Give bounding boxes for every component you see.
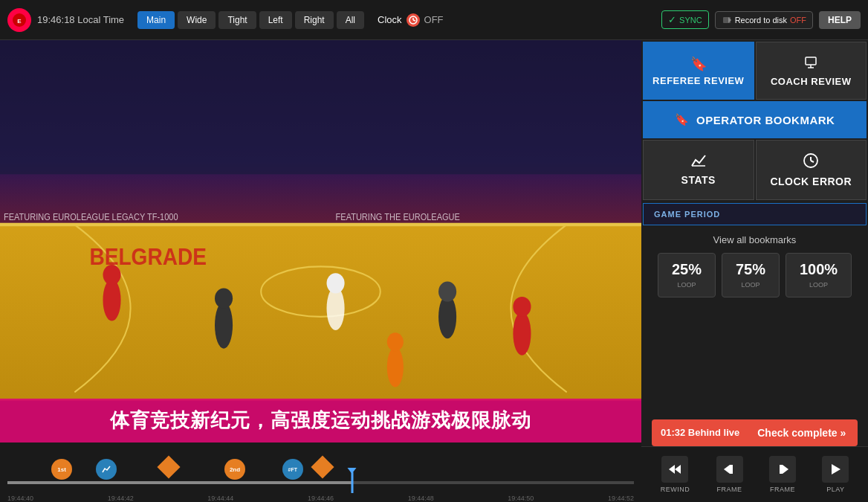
- loop-75-pct: 75%: [736, 261, 765, 278]
- marker-ft[interactable]: #FT: [282, 459, 303, 480]
- tab-main[interactable]: Main: [137, 11, 175, 29]
- bookmarks-section: View all bookmarks 25% LOOP 75% LOOP 100…: [641, 227, 868, 412]
- court-background: BELGRADE FEATURING EUROLEAGUE LEGACY TF-…: [0, 40, 641, 443]
- tab-tight[interactable]: Tight: [218, 11, 256, 29]
- stats-icon: [690, 154, 707, 171]
- ts-2: 19:44:42: [108, 495, 134, 502]
- stats-button[interactable]: STATS: [643, 140, 754, 200]
- marker-1st[interactable]: 1st: [51, 459, 72, 480]
- check-complete-label: Check complete »: [757, 427, 846, 439]
- bookmarks-title: View all bookmarks: [652, 234, 858, 245]
- svg-rect-39: [780, 465, 783, 474]
- record-icon: [722, 15, 732, 25]
- loop-100-label: LOOP: [809, 281, 828, 289]
- frame-back-button[interactable]: FRAME: [716, 456, 743, 493]
- loop-25-button[interactable]: 25% LOOP: [658, 253, 716, 297]
- clock-error-label: CLOCK ERROR: [770, 176, 852, 187]
- timeline-area: 1st 2nd #F: [0, 443, 641, 502]
- timeline-markers: 1st 2nd #F: [0, 459, 641, 486]
- top-bar: E 19:46:18 Local Time Main Wide Tight Le…: [0, 0, 868, 40]
- rewind-icon: [661, 456, 688, 483]
- svg-line-4: [413, 20, 415, 21]
- operator-bookmark-icon: 🔖: [675, 113, 690, 126]
- tab-left[interactable]: Left: [259, 11, 292, 29]
- svg-text:BELGRADE: BELGRADE: [89, 244, 207, 270]
- bookmark-icon: 🔖: [690, 56, 707, 72]
- ts-4: 19:44:46: [308, 495, 334, 502]
- svg-rect-37: [730, 465, 733, 474]
- ts-3: 19:44:44: [207, 495, 233, 502]
- coach-icon: [803, 54, 818, 73]
- stats-label: STATS: [681, 174, 716, 186]
- sync-button[interactable]: ✓ SYNC: [661, 10, 709, 29]
- tab-wide[interactable]: Wide: [178, 11, 216, 29]
- sync-label: SYNC: [679, 16, 702, 25]
- tab-right[interactable]: Right: [295, 11, 334, 29]
- svg-line-33: [811, 161, 814, 162]
- record-label: Record to disk: [735, 16, 787, 25]
- sync-check-icon: ✓: [668, 14, 676, 25]
- marker-diamond2[interactable]: [314, 459, 331, 475]
- record-button[interactable]: Record to disk OFF: [715, 11, 813, 29]
- loop-25-label: LOOP: [677, 281, 696, 289]
- marker-stats-circle: [96, 459, 117, 480]
- frame-fwd-icon: [769, 456, 796, 483]
- svg-point-23: [513, 312, 531, 355]
- timeline-timestamps: 19:44:40 19:44:42 19:44:44 19:44:46 19:4…: [7, 495, 634, 502]
- svg-marker-35: [675, 465, 681, 474]
- svg-point-26: [387, 332, 404, 351]
- ts-5: 19:44:48: [408, 495, 434, 502]
- coach-review-button[interactable]: COACH REVIEW: [756, 42, 867, 100]
- svg-point-24: [513, 297, 531, 317]
- clock-error-icon: [803, 152, 819, 173]
- frame-fwd-button[interactable]: FRAME: [769, 456, 796, 493]
- main-layout: BELGRADE FEATURING EUROLEAGUE LEGACY TF-…: [0, 40, 868, 502]
- svg-rect-28: [806, 57, 816, 65]
- svg-point-22: [438, 282, 456, 302]
- marker-stats[interactable]: [96, 459, 117, 480]
- view-tabs: Main Wide Tight Left Right All: [137, 11, 364, 29]
- time-display: 19:46:18 Local Time: [37, 14, 124, 25]
- clock-toggle-icon[interactable]: [407, 13, 420, 27]
- svg-marker-34: [669, 465, 675, 474]
- loop-100-button[interactable]: 100% LOOP: [786, 253, 852, 297]
- clock-control: Clock OFF: [378, 13, 444, 27]
- rewind-label: REWIND: [661, 486, 690, 493]
- marker-diamond2-shape: [311, 455, 334, 478]
- svg-marker-38: [783, 465, 788, 474]
- svg-text:FEATURING EUROLEAGUE LEGACY TF: FEATURING EUROLEAGUE LEGACY TF-1000: [4, 212, 178, 222]
- frame-back-label: FRAME: [717, 486, 742, 493]
- marker-diamond1[interactable]: [161, 459, 177, 475]
- svg-point-25: [387, 347, 404, 387]
- loop-buttons: 25% LOOP 75% LOOP 100% LOOP: [652, 253, 858, 297]
- game-period-section: GAME PERIOD: [643, 203, 867, 225]
- ts-1: 19:44:40: [7, 495, 33, 502]
- ts-7: 19:44:52: [608, 495, 634, 502]
- svg-text:E: E: [17, 18, 22, 25]
- svg-rect-8: [0, 40, 641, 174]
- court-svg: BELGRADE FEATURING EUROLEAGUE LEGACY TF-…: [0, 40, 641, 443]
- referee-review-label: REFEREE REVIEW: [652, 75, 744, 86]
- svg-text:FEATURING THE EUROLEAGUE: FEATURING THE EUROLEAGUE: [336, 212, 461, 222]
- operator-bookmark-button[interactable]: 🔖 OPERATOR BOOKMARK: [643, 101, 867, 138]
- overlay-banner: 体育竞技新纪元，高强度运动挑战游戏极限脉动: [0, 399, 641, 443]
- tab-all[interactable]: All: [337, 11, 364, 29]
- check-complete-button[interactable]: Check complete »: [748, 419, 858, 446]
- transport-controls: REWIND FRAME FRAME PLAY: [641, 446, 868, 502]
- marker-diamond1-shape: [157, 455, 180, 478]
- clock-error-button[interactable]: CLOCK ERROR: [756, 140, 867, 200]
- help-button[interactable]: HELP: [819, 11, 861, 29]
- marker-2nd[interactable]: 2nd: [224, 459, 245, 480]
- coach-review-label: COACH REVIEW: [771, 76, 852, 87]
- marker-1st-circle: 1st: [51, 459, 72, 480]
- clock-state: OFF: [424, 14, 444, 25]
- operator-bookmark-label: OPERATOR BOOKMARK: [696, 114, 835, 126]
- rewind-button[interactable]: REWIND: [661, 456, 690, 493]
- play-icon: [822, 456, 849, 483]
- loop-75-button[interactable]: 75% LOOP: [722, 253, 780, 297]
- svg-marker-40: [832, 464, 841, 474]
- play-button[interactable]: PLAY: [822, 456, 849, 493]
- svg-point-15: [103, 279, 120, 321]
- action-buttons: 🔖 REFEREE REVIEW COACH REVIEW 🔖 OPERATOR…: [641, 40, 868, 202]
- referee-review-button[interactable]: 🔖 REFEREE REVIEW: [643, 42, 754, 100]
